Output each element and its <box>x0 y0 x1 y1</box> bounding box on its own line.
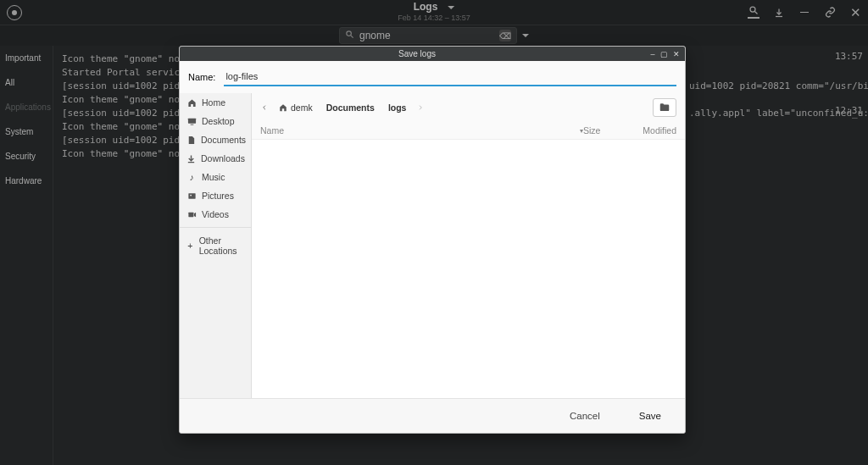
new-folder-button[interactable] <box>653 98 676 117</box>
svg-rect-7 <box>190 124 193 125</box>
breadcrumb-label: logs <box>388 102 407 113</box>
svg-point-0 <box>750 7 755 12</box>
minimize-icon[interactable] <box>798 7 810 19</box>
home-icon <box>186 98 197 108</box>
sidebar-item-label: Hardware <box>5 176 42 185</box>
svg-rect-12 <box>188 212 193 217</box>
log-timestamp: 12:31 <box>835 105 863 116</box>
activities-icon[interactable] <box>7 5 22 20</box>
window-title: Logs <box>414 2 438 14</box>
places-separator <box>180 227 251 228</box>
sidebar-item-system[interactable]: System <box>0 119 53 144</box>
download-icon[interactable] <box>773 7 785 19</box>
breadcrumb-back-icon[interactable] <box>260 102 269 113</box>
place-videos[interactable]: Videos <box>180 205 251 224</box>
music-icon: ♪ <box>186 172 197 182</box>
search-container: ⌫ <box>339 27 517 44</box>
svg-line-5 <box>351 36 353 38</box>
filename-input[interactable] <box>224 68 676 86</box>
log-categories-sidebar: Important All Applications System Securi… <box>0 46 53 465</box>
sidebar-item-label: Security <box>5 152 36 161</box>
sidebar-item-all[interactable]: All <box>0 70 53 95</box>
close-icon[interactable]: ✕ <box>849 7 861 19</box>
column-modified[interactable]: Modified <box>626 125 676 136</box>
places-sidebar: Home Desktop Documents Downloads ♪Music … <box>180 93 252 398</box>
place-label: Home <box>202 97 225 108</box>
dialog-titlebar: Save logs – ▢ ✕ <box>180 47 685 61</box>
home-icon <box>279 103 287 112</box>
sidebar-item-label: All <box>5 78 14 87</box>
place-music[interactable]: ♪Music <box>180 168 251 186</box>
svg-marker-13 <box>193 212 195 217</box>
breadcrumb-current[interactable]: logs <box>385 101 410 114</box>
window-titlebar: Logs Feb 14 14:32 – 13:57 ✕ <box>0 0 868 25</box>
place-label: Desktop <box>202 116 235 126</box>
place-desktop[interactable]: Desktop <box>180 112 251 130</box>
place-label: Pictures <box>202 191 234 201</box>
dialog-minimize-icon[interactable]: – <box>649 51 656 58</box>
column-size[interactable]: Size <box>583 125 626 136</box>
file-browser: demk Documents logs Name▾ Size Modified <box>252 93 685 398</box>
place-documents[interactable]: Documents <box>180 130 251 149</box>
search-magnifier-icon <box>345 30 354 42</box>
link-icon[interactable] <box>824 7 836 19</box>
place-label: Videos <box>202 209 229 219</box>
file-list[interactable] <box>252 140 685 398</box>
desktop-icon <box>186 117 197 126</box>
searchbar-row: ⌫ <box>0 25 868 46</box>
dialog-close-icon[interactable]: ✕ <box>673 51 680 58</box>
chevron-down-icon[interactable] <box>448 6 454 9</box>
window-subtitle: Feb 14 14:32 – 13:57 <box>398 14 470 22</box>
breadcrumb-forward-icon[interactable] <box>416 102 425 113</box>
save-dialog: Save logs – ▢ ✕ Name: Home Desktop Docum… <box>179 46 686 434</box>
place-pictures[interactable]: Pictures <box>180 186 251 205</box>
breadcrumb-bar: demk Documents logs <box>252 93 685 122</box>
search-input[interactable] <box>359 30 494 42</box>
file-list-header: Name▾ Size Modified <box>252 122 685 140</box>
breadcrumb-label: Documents <box>326 102 375 113</box>
place-label: Documents <box>201 135 246 145</box>
filename-row: Name: <box>180 61 685 93</box>
window-title-area[interactable]: Logs Feb 14 14:32 – 13:57 <box>398 2 470 22</box>
save-button[interactable]: Save <box>632 407 668 424</box>
dialog-title: Save logs <box>398 49 436 58</box>
dialog-body: Home Desktop Documents Downloads ♪Music … <box>180 93 685 398</box>
documents-icon <box>186 136 196 145</box>
search-options-dropdown[interactable] <box>522 34 529 37</box>
place-label: Other Locations <box>199 235 244 256</box>
downloads-icon <box>186 154 196 163</box>
breadcrumb-label: demk <box>291 102 313 113</box>
sidebar-item-label: Important <box>5 53 41 63</box>
svg-point-11 <box>190 194 192 196</box>
plus-icon: + <box>186 241 194 251</box>
folder-plus-icon <box>659 102 670 113</box>
place-label: Music <box>202 172 225 182</box>
svg-point-4 <box>347 31 352 36</box>
dialog-maximize-icon[interactable]: ▢ <box>661 51 668 58</box>
pictures-icon <box>186 191 197 201</box>
search-clear-icon[interactable]: ⌫ <box>499 30 511 42</box>
videos-icon <box>186 210 197 219</box>
sidebar-item-important[interactable]: Important <box>0 46 53 70</box>
cancel-button[interactable]: Cancel <box>563 407 607 424</box>
breadcrumb-home[interactable]: demk <box>275 101 316 114</box>
sidebar-item-security[interactable]: Security <box>0 144 53 169</box>
place-other-locations[interactable]: +Other Locations <box>180 231 251 260</box>
sidebar-item-hardware[interactable]: Hardware <box>0 169 53 193</box>
search-icon[interactable] <box>748 7 760 19</box>
place-downloads[interactable]: Downloads <box>180 149 251 168</box>
sidebar-item-label: Applications <box>5 102 51 112</box>
place-home[interactable]: Home <box>180 93 251 112</box>
sidebar-item-applications[interactable]: Applications <box>0 95 53 119</box>
log-timestamp: 13:57 <box>835 51 863 62</box>
svg-rect-10 <box>188 193 195 198</box>
column-name[interactable]: Name▾ <box>260 125 583 136</box>
svg-line-1 <box>755 11 758 14</box>
breadcrumb-documents[interactable]: Documents <box>323 101 378 114</box>
sidebar-item-label: System <box>5 127 33 136</box>
filename-label: Name: <box>188 72 215 82</box>
place-label: Downloads <box>201 153 245 163</box>
svg-rect-6 <box>187 118 195 123</box>
dialog-button-row: Cancel Save <box>180 398 685 433</box>
